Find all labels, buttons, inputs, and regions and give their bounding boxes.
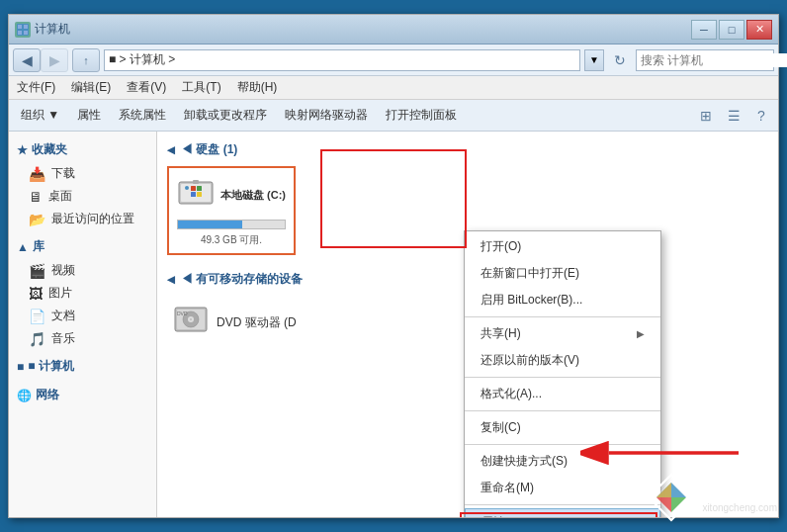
titlebar: 计算机 ─ □ ✕ [9,15,778,44]
svg-rect-1 [18,25,22,29]
refresh-button[interactable]: ↻ [608,49,632,71]
ctx-format[interactable]: 格式化(A)... [465,381,660,407]
menu-edit[interactable]: 编辑(E) [71,79,111,96]
watermark-logo-icon [647,473,696,522]
help-button[interactable]: ? [750,105,772,127]
favorites-star-icon: ★ [17,143,28,157]
window-title: 计算机 [35,21,691,38]
ctx-restore[interactable]: 还原以前的版本(V) [465,347,660,374]
drive-c-label: 本地磁盘 (C:) [220,188,286,203]
sidebar-documents-label: 文档 [51,308,75,324]
computer-header[interactable]: ■ ■ 计算机 [9,354,156,379]
sidebar-pictures-label: 图片 [48,285,72,302]
address-dropdown-button[interactable]: ▼ [584,49,604,71]
dvd-icon: DVD [173,302,209,344]
back-button[interactable]: ◀ [13,48,41,72]
ctx-format-label: 格式化(A)... [481,386,542,402]
toolbar-uninstall[interactable]: 卸载或更改程序 [178,104,273,127]
address-bar: ◀ ▶ ↑ ■ > 计算机 > ▼ ↻ 🔍 [9,44,778,76]
toolbar-control-panel[interactable]: 打开控制面板 [380,104,463,127]
ctx-rename[interactable]: 重命名(M) [465,475,660,501]
view-toggle-button[interactable]: ⊞ [695,105,717,127]
ctx-properties-label: 属性(R) [481,514,522,517]
search-input[interactable] [641,53,787,67]
menu-view[interactable]: 查看(V) [127,79,166,96]
ctx-open[interactable]: 打开(O) [465,233,660,260]
ctx-copy[interactable]: 复制(C) [465,414,660,441]
dvd-label: DVD 驱动器 (D [217,314,297,331]
videos-icon: 🎬 [29,263,45,279]
address-field[interactable]: ■ > 计算机 > [104,49,580,71]
svg-rect-9 [191,186,196,191]
hard-disk-section-header: ◀ ◀ 硬盘 (1) [167,141,768,158]
ctx-create-shortcut[interactable]: 创建快捷方式(S) [465,448,660,475]
library-header[interactable]: ▲ 库 [9,234,156,259]
window-icon [15,22,31,38]
sidebar-music-label: 音乐 [51,330,75,347]
watermark-sub-text: xitongcheng.com [702,502,777,513]
dvd-section-label: ◀ 有可移动存储的设备 [181,271,303,288]
svg-text:DVD: DVD [177,310,188,316]
ctx-create-shortcut-label: 创建快捷方式(S) [481,453,568,470]
pictures-icon: 🖼 [29,286,43,302]
ctx-share[interactable]: 共享(H) ▶ [465,320,660,347]
computer-section: ■ ■ 计算机 [9,354,156,379]
ctx-sep-4 [465,444,660,445]
minimize-button[interactable]: ─ [691,20,717,40]
sidebar-item-desktop[interactable]: 🖥 桌面 [9,185,156,208]
toolbar-system-properties[interactable]: 系统属性 [113,104,172,127]
favorites-header[interactable]: ★ 收藏夹 [9,137,156,162]
ctx-open-label: 打开(O) [481,238,521,255]
sidebar-item-videos[interactable]: 🎬 视频 [9,259,156,282]
toolbar-properties[interactable]: 属性 [71,104,107,127]
forward-button[interactable]: ▶ [41,48,68,72]
music-icon: 🎵 [29,331,45,347]
watermark-main-text: 系统城 [702,482,777,502]
ctx-bitlocker[interactable]: 启用 BitLocker(B)... [465,287,660,313]
ctx-properties[interactable]: 属性(R) [465,508,660,517]
desktop-icon: 🖥 [29,189,43,205]
sidebar-desktop-label: 桌面 [48,188,72,205]
ctx-restore-label: 还原以前的版本(V) [481,352,579,369]
search-box: 🔍 [636,49,774,71]
svg-rect-8 [193,180,199,184]
svg-marker-24 [671,497,686,512]
toolbar-map-drive[interactable]: 映射网络驱动器 [279,104,374,127]
sidebar-item-music[interactable]: 🎵 音乐 [9,327,156,350]
hard-disk-section-label: ◀ 硬盘 (1) [181,141,237,158]
close-button[interactable]: ✕ [746,20,772,40]
context-menu: 打开(O) 在新窗口中打开(E) 启用 BitLocker(B)... 共享(H… [464,230,661,517]
ctx-bitlocker-label: 启用 BitLocker(B)... [481,292,582,309]
main-area: ★ 收藏夹 📥 下载 🖥 桌面 📂 最近访问的位置 ▲ [9,132,778,517]
network-label: 网络 [36,387,59,403]
svg-rect-2 [24,25,28,29]
menu-tools[interactable]: 工具(T) [182,79,220,96]
sidebar-item-pictures[interactable]: 🖼 图片 [9,282,156,305]
sidebar-item-downloads[interactable]: 📥 下载 [9,162,156,185]
library-icon: ▲ [17,240,29,254]
svg-point-7 [185,186,189,190]
content-area: ◀ ◀ 硬盘 (1) [157,132,778,517]
toolbar-organize[interactable]: 组织 ▼ [15,104,65,127]
sidebar-item-documents[interactable]: 📄 文档 [9,305,156,327]
sidebar-item-recent[interactable]: 📂 最近访问的位置 [9,208,156,230]
svg-point-17 [190,318,192,320]
drive-c-bar [178,221,242,228]
watermark: 系统城 xitongcheng.com [647,473,777,522]
menu-help[interactable]: 帮助(H) [237,79,278,96]
computer-label: ■ 计算机 [28,358,74,375]
ctx-share-label: 共享(H) [481,325,521,342]
network-header[interactable]: 🌐 网络 [9,383,156,407]
drive-c-item[interactable]: 本地磁盘 (C:) 49.3 GB 可用. [167,166,296,255]
drive-c-icon [177,174,215,216]
view-list-button[interactable]: ☰ [723,105,744,127]
drive-c-text-area: 本地磁盘 (C:) [220,188,286,203]
svg-marker-26 [656,483,671,497]
menu-file[interactable]: 文件(F) [17,79,55,96]
maximize-button[interactable]: □ [719,20,744,40]
ctx-open-new-window[interactable]: 在新窗口中打开(E) [465,260,660,287]
toolbar: 组织 ▼ 属性 系统属性 卸载或更改程序 映射网络驱动器 打开控制面板 ⊞ ☰ … [9,100,778,132]
up-button[interactable]: ↑ [72,48,100,72]
ctx-sep-2 [465,377,660,378]
sidebar-videos-label: 视频 [51,262,75,279]
